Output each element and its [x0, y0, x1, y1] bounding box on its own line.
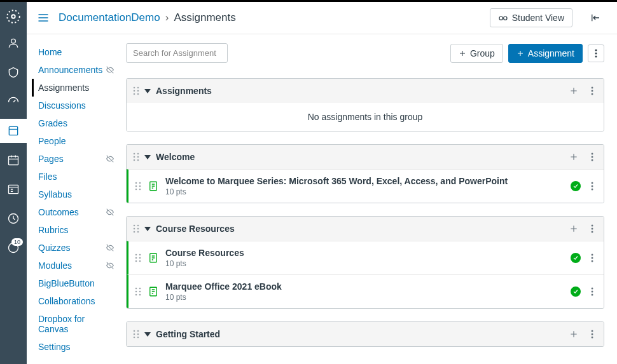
- search-input[interactable]: [126, 43, 228, 63]
- add-assignment-button[interactable]: Assignment: [508, 44, 583, 63]
- assignment-row[interactable]: Marquee Office 2021 eBook 10 pts: [127, 274, 604, 308]
- nav-announcements[interactable]: Announcements: [32, 61, 121, 79]
- global-nav-rail: 10: [0, 2, 27, 364]
- nav-discussions[interactable]: Discussions: [32, 97, 121, 114]
- svg-point-2: [11, 39, 16, 43]
- nav-modules[interactable]: Modules: [32, 257, 121, 274]
- svg-point-75: [137, 337, 139, 339]
- svg-point-49: [592, 231, 593, 233]
- add-group-button[interactable]: Group: [450, 44, 503, 63]
- nav-outcomes[interactable]: Outcomes: [32, 203, 121, 221]
- rail-courses-icon[interactable]: [0, 119, 27, 143]
- nav-syllabus[interactable]: Syllabus: [32, 185, 121, 203]
- svg-point-48: [592, 228, 593, 230]
- assignment-group: Course Resources Course Resources 10 pts: [126, 216, 604, 309]
- student-view-button[interactable]: Student View: [490, 8, 572, 27]
- assignment-row[interactable]: Welcome to Marquee Series: Microsoft 365…: [127, 169, 604, 203]
- svg-rect-5: [9, 185, 18, 193]
- svg-point-26: [134, 159, 135, 161]
- svg-point-73: [137, 334, 139, 335]
- svg-point-0: [7, 10, 20, 23]
- assignment-points: 10 pts: [165, 187, 564, 196]
- rail-dashboard-icon[interactable]: [0, 90, 27, 114]
- student-view-label: Student View: [512, 13, 564, 23]
- rail-account-icon[interactable]: [0, 31, 27, 55]
- svg-point-47: [592, 225, 593, 227]
- svg-point-53: [139, 257, 141, 259]
- empty-group-message: No assignments in this group: [127, 103, 604, 131]
- content-toolbar: Group Assignment: [126, 43, 604, 63]
- nav-bigbluebutton[interactable]: BigBlueButton: [32, 274, 121, 292]
- group-menu-icon[interactable]: [587, 151, 597, 163]
- row-menu-icon[interactable]: [587, 180, 597, 192]
- nav-pages[interactable]: Pages: [32, 150, 121, 168]
- svg-point-9: [503, 17, 506, 20]
- nav-grades[interactable]: Grades: [32, 114, 121, 132]
- more-options-button[interactable]: [588, 44, 604, 62]
- nav-collaborations[interactable]: Collaborations: [32, 292, 121, 310]
- group-title: Getting Started: [156, 329, 560, 339]
- svg-point-16: [137, 90, 139, 92]
- drag-handle-icon[interactable]: [133, 86, 139, 95]
- svg-point-18: [137, 93, 139, 95]
- drag-handle-icon[interactable]: [133, 152, 139, 161]
- nav-files[interactable]: Files: [32, 168, 121, 185]
- hamburger-icon[interactable]: [36, 10, 51, 25]
- svg-point-77: [592, 334, 593, 335]
- drag-handle-icon[interactable]: [135, 253, 141, 262]
- svg-rect-4: [9, 156, 18, 165]
- nav-dropbox[interactable]: Dropbox for Canvas: [32, 310, 121, 338]
- rail-history-icon[interactable]: [0, 206, 27, 231]
- assignment-group: Welcome Welcome to Marquee Series: Micro…: [126, 144, 604, 203]
- rail-admin-icon[interactable]: [0, 60, 27, 84]
- nav-rubrics[interactable]: Rubrics: [32, 221, 121, 239]
- add-to-group-icon[interactable]: [565, 85, 582, 97]
- published-icon[interactable]: [571, 181, 581, 191]
- drag-handle-icon[interactable]: [135, 287, 141, 296]
- rail-inbox-icon[interactable]: [0, 177, 27, 201]
- svg-point-58: [592, 257, 593, 259]
- svg-point-38: [592, 182, 593, 184]
- svg-point-71: [137, 330, 139, 332]
- svg-point-32: [139, 182, 141, 184]
- svg-point-54: [135, 260, 137, 262]
- row-menu-icon[interactable]: [587, 286, 597, 297]
- nav-quizzes[interactable]: Quizzes: [32, 239, 121, 257]
- drag-handle-icon[interactable]: [135, 182, 141, 191]
- assignment-row[interactable]: Course Resources 10 pts: [127, 241, 604, 274]
- rail-help-icon[interactable]: 10: [0, 236, 27, 260]
- rail-calendar-icon[interactable]: [0, 148, 27, 172]
- group-menu-icon[interactable]: [587, 85, 597, 97]
- assignment-icon: [148, 180, 159, 192]
- nav-home[interactable]: Home: [32, 43, 121, 61]
- svg-point-10: [595, 49, 597, 51]
- nav-people[interactable]: People: [32, 132, 121, 150]
- svg-rect-3: [9, 126, 17, 135]
- collapse-nav-icon[interactable]: [588, 10, 603, 25]
- published-icon[interactable]: [571, 286, 581, 297]
- nav-settings[interactable]: Settings: [32, 338, 121, 356]
- add-to-group-icon[interactable]: [565, 151, 582, 163]
- row-menu-icon[interactable]: [587, 252, 597, 264]
- plus-icon: [516, 50, 524, 57]
- drag-handle-icon[interactable]: [133, 330, 139, 339]
- collapse-toggle-icon[interactable]: [144, 331, 151, 337]
- drag-handle-icon[interactable]: [133, 224, 139, 233]
- add-to-group-icon[interactable]: [565, 223, 582, 234]
- svg-point-33: [135, 185, 137, 187]
- breadcrumb-current: Assignments: [174, 11, 235, 24]
- svg-point-44: [137, 228, 139, 230]
- canvas-logo: [4, 7, 23, 26]
- add-to-group-icon[interactable]: [565, 328, 582, 340]
- collapse-toggle-icon[interactable]: [144, 226, 151, 232]
- svg-point-60: [135, 288, 137, 290]
- collapse-toggle-icon[interactable]: [144, 88, 151, 94]
- nav-assignments[interactable]: Assignments: [32, 79, 121, 97]
- published-icon[interactable]: [571, 253, 581, 263]
- collapse-toggle-icon[interactable]: [144, 154, 151, 160]
- group-menu-icon[interactable]: [587, 223, 597, 234]
- breadcrumb-course-link[interactable]: DocumentationDemo: [59, 11, 160, 24]
- breadcrumb: DocumentationDemo › Assignments: [59, 11, 236, 24]
- svg-point-51: [139, 254, 141, 256]
- group-menu-icon[interactable]: [587, 328, 597, 340]
